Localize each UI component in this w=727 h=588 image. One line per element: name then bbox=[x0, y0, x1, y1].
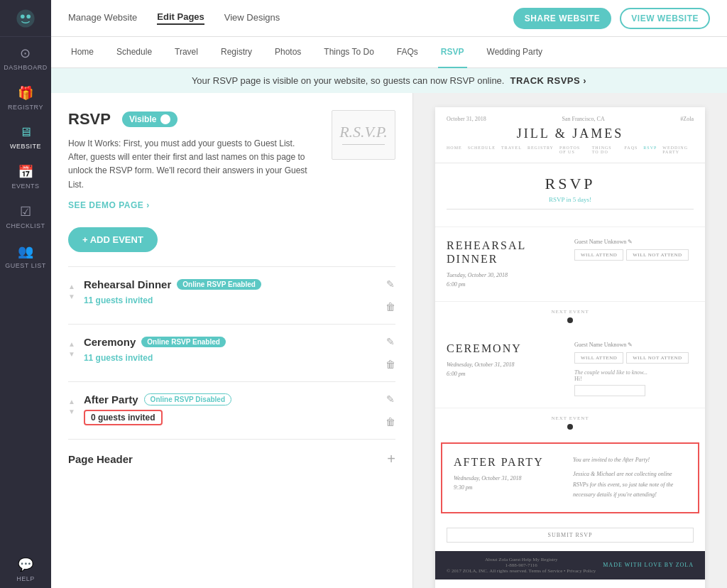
preview-rehearsal-name: REHEARSALDINNER bbox=[447, 239, 566, 266]
afterparty-info: After Party Online RSVP Disabled 0 guest… bbox=[84, 393, 377, 425]
nav-manage[interactable]: Manage Website bbox=[68, 12, 137, 24]
edit-ceremony-icon[interactable]: ✎ bbox=[386, 336, 395, 347]
rehearsal-dinner-name: Rehearsal Dinner bbox=[84, 278, 171, 290]
preview-rsvp-title: RSVP bbox=[447, 175, 694, 193]
footer-made: MADE WITH LOVE BY ZOLA bbox=[603, 562, 694, 568]
see-demo-link[interactable]: SEE DEMO PAGE › bbox=[68, 200, 320, 210]
page-nav-travel[interactable]: Travel bbox=[172, 37, 201, 68]
page-nav-home[interactable]: Home bbox=[68, 37, 97, 68]
view-website-button[interactable]: VIEW WEBSITE bbox=[620, 8, 710, 29]
delete-ceremony-icon[interactable]: 🗑 bbox=[386, 359, 395, 370]
website-icon: 🖥 bbox=[19, 125, 33, 140]
preview-header: October 31, 2018 San Francisco, CA #Zola… bbox=[435, 107, 705, 163]
afterparty-guests-invited[interactable]: 0 guests invited bbox=[84, 410, 163, 425]
preview-afterparty-date: Wednesday, October 31, 2018 9:30 pm bbox=[454, 474, 573, 493]
top-nav: Manage Website Edit Pages View Designs S… bbox=[51, 0, 727, 37]
will-attend-btn: WILL ATTEND bbox=[574, 249, 623, 261]
reorder-afterparty[interactable]: ▲ ▼ bbox=[68, 393, 75, 415]
rehearsal-rsvp-badge: Online RSVP Enabled bbox=[177, 279, 261, 290]
footer-links: About Zola Guest Help My Registry 1-888-… bbox=[447, 557, 596, 574]
edit-rehearsal-icon[interactable]: ✎ bbox=[386, 278, 395, 290]
preview-date: October 31, 2018 bbox=[447, 116, 486, 122]
ceremony-guests-invited[interactable]: 11 guests invited bbox=[84, 353, 153, 363]
afterparty-desc2: Jessica & Michael are not collecting onl… bbox=[573, 469, 687, 500]
preview-rsvp-section: RSVP RSVP in 5 days! bbox=[435, 163, 705, 227]
sidebar-item-dashboard[interactable]: ⊙ DASHBOARD bbox=[0, 37, 51, 77]
delete-afterparty-icon[interactable]: 🗑 bbox=[386, 416, 395, 428]
afterparty-rsvp-badge: Online RSVP Disabled bbox=[144, 393, 231, 405]
sidebar-item-label: DASHBOARD bbox=[4, 64, 48, 71]
preview-event-afterparty: AFTER PARTY Wednesday, October 31, 2018 … bbox=[441, 442, 699, 513]
preview-location: San Francisco, CA bbox=[562, 116, 604, 122]
preview-next-event-2: NEXT EVENT bbox=[435, 408, 705, 437]
page-nav: Home Schedule Travel Registry Photos Thi… bbox=[51, 37, 727, 68]
visible-badge[interactable]: Visible bbox=[122, 111, 177, 127]
delete-rehearsal-icon[interactable]: 🗑 bbox=[386, 301, 395, 312]
ceremony-will-attend-btn: WILL ATTEND bbox=[574, 352, 623, 364]
page-header-section: Page Header + bbox=[68, 439, 395, 479]
preview-footer: About Zola Guest Help My Registry 1-888-… bbox=[435, 551, 705, 579]
page-nav-faqs[interactable]: FAQs bbox=[394, 37, 421, 68]
ceremony-will-not-attend-btn: WILL NOT ATTEND bbox=[626, 352, 688, 364]
up-arrow-icon: ▲ bbox=[68, 398, 75, 405]
track-rsvps-link[interactable]: TRACK RSVPS › bbox=[510, 75, 586, 86]
reorder-rehearsal[interactable]: ▲ ▼ bbox=[68, 278, 75, 300]
preview-ceremony-rsvp: Guest Name Unknown ✎ WILL ATTEND WILL NO… bbox=[566, 342, 694, 396]
sidebar-item-label: HELP bbox=[16, 575, 35, 582]
top-nav-links: Manage Website Edit Pages View Designs bbox=[68, 11, 280, 25]
sidebar-item-label: REGISTRY bbox=[8, 104, 43, 111]
preview-couple: JILL & JAMES bbox=[447, 126, 694, 141]
page-nav-wedding[interactable]: Wedding Party bbox=[484, 37, 546, 68]
event-item-afterparty: ▲ ▼ After Party Online RSVP Disabled 0 g… bbox=[68, 381, 395, 439]
banner-text: Your RSVP page is visible on your websit… bbox=[192, 75, 505, 86]
sidebar-item-label: EVENTS bbox=[11, 183, 39, 190]
guestlist-icon: 👥 bbox=[18, 244, 34, 259]
rehearsal-guests-invited[interactable]: 11 guests invited bbox=[84, 295, 153, 305]
sidebar-item-label: WEBSITE bbox=[10, 143, 41, 150]
nav-edit[interactable]: Edit Pages bbox=[157, 11, 204, 25]
content-area: RSVP Visible How It Works: First, you mu… bbox=[51, 93, 727, 588]
rsvp-description: How It Works: First, you must add your g… bbox=[68, 137, 310, 192]
sidebar-item-checklist[interactable]: ☑ CHECKLIST bbox=[0, 195, 51, 235]
logo bbox=[0, 0, 51, 37]
reorder-ceremony[interactable]: ▲ ▼ bbox=[68, 336, 75, 358]
preview-submit-btn: SUBMIT RSVP bbox=[447, 528, 694, 543]
main-content: Manage Website Edit Pages View Designs S… bbox=[51, 0, 727, 588]
sidebar-item-help[interactable]: 💬 HELP bbox=[0, 548, 51, 588]
ceremony-name: Ceremony bbox=[84, 336, 136, 348]
sidebar-item-label: CHECKLIST bbox=[6, 222, 45, 229]
toggle-dot bbox=[160, 114, 170, 124]
ceremony-extra-label: The couple would like to know... bbox=[574, 369, 694, 376]
add-event-button[interactable]: + ADD EVENT bbox=[68, 227, 158, 252]
svg-point-2 bbox=[26, 14, 31, 18]
event-item-ceremony: ▲ ▼ Ceremony Online RSVP Enabled 11 gues… bbox=[68, 324, 395, 381]
top-nav-actions: SHARE WEBSITE VIEW WEBSITE bbox=[513, 8, 710, 29]
preview-ceremony-name: CEREMONY bbox=[447, 342, 566, 355]
edit-afterparty-icon[interactable]: ✎ bbox=[386, 393, 395, 405]
svg-point-1 bbox=[21, 14, 25, 18]
right-panel: October 31, 2018 San Francisco, CA #Zola… bbox=[413, 93, 727, 588]
down-arrow-icon: ▼ bbox=[68, 293, 75, 300]
preview-rehearsal-rsvp: Guest Name Unknown ✎ WILL ATTEND WILL NO… bbox=[566, 239, 694, 261]
sidebar-item-guestlist[interactable]: 👥 GUEST LIST bbox=[0, 235, 51, 275]
registry-icon: 🎁 bbox=[18, 85, 34, 101]
sidebar-item-registry[interactable]: 🎁 REGISTRY bbox=[0, 77, 51, 116]
sidebar-item-website[interactable]: 🖥 WEBSITE bbox=[0, 116, 51, 156]
preview-event-ceremony: CEREMONY Wednesday, October 31, 2018 6:0… bbox=[435, 330, 705, 408]
preview-rehearsal-guest: Guest Name Unknown ✎ bbox=[574, 239, 694, 245]
nav-view[interactable]: View Designs bbox=[224, 12, 280, 24]
ceremony-rsvp-badge: Online RSVP Enabled bbox=[141, 337, 226, 347]
preview-ceremony-guest: Guest Name Unknown ✎ bbox=[574, 342, 694, 348]
sidebar-item-events[interactable]: 📅 EVENTS bbox=[0, 156, 51, 195]
preview-afterparty-description: You are invited to the After Party! Jess… bbox=[573, 455, 687, 501]
page-nav-registry[interactable]: Registry bbox=[218, 37, 255, 68]
page-nav-things[interactable]: Things To Do bbox=[321, 37, 376, 68]
page-header-label: Page Header bbox=[68, 453, 133, 465]
page-nav-rsvp[interactable]: RSVP bbox=[438, 37, 467, 68]
page-nav-schedule[interactable]: Schedule bbox=[114, 37, 155, 68]
sidebar-item-label: GUEST LIST bbox=[5, 262, 45, 269]
share-website-button[interactable]: SHARE WEBSITE bbox=[513, 8, 612, 29]
add-page-header-button[interactable]: + bbox=[387, 451, 395, 467]
rehearsal-actions: ✎ 🗑 bbox=[386, 278, 395, 312]
page-nav-photos[interactable]: Photos bbox=[272, 37, 304, 68]
